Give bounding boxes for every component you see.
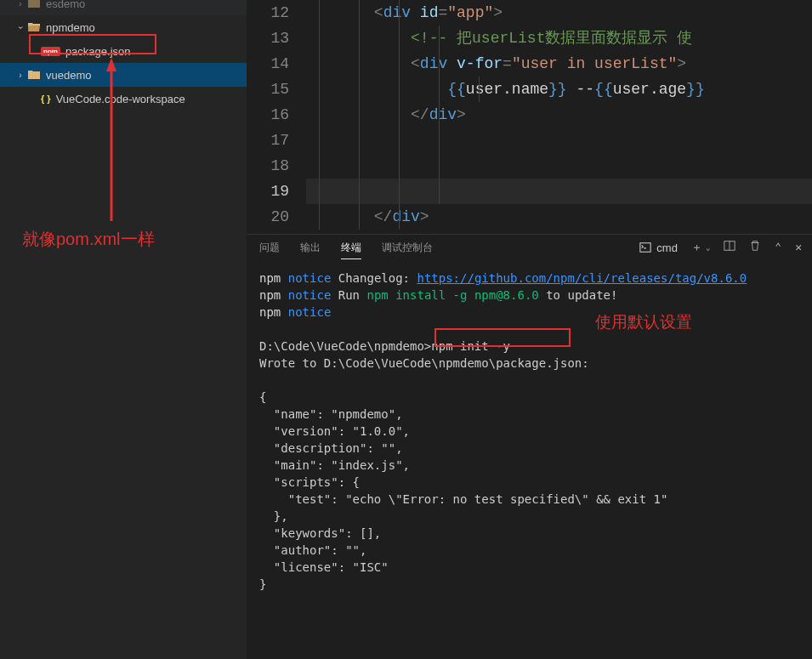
maximize-panel-button[interactable]: ⌃	[775, 241, 781, 254]
annotation-text-sidebar: 就像pom.xml一样	[22, 228, 155, 251]
code-line: {{user.name}} --{{user.age}}	[306, 77, 812, 102]
annotation-highlight-box	[29, 34, 156, 54]
tab-output[interactable]: 输出	[300, 241, 321, 258]
json-braces-icon: { }	[41, 94, 51, 104]
tree-item-workspace[interactable]: { } VueCode.code-workspace	[0, 87, 247, 111]
close-panel-button[interactable]: ✕	[795, 241, 802, 254]
annotation-text-terminal: 使用默认设置	[595, 314, 692, 331]
chevron-down-icon: ›	[16, 20, 26, 34]
tree-label: esdemo	[46, 0, 85, 10]
dropdown-icon[interactable]: ⌄	[706, 243, 710, 253]
code-line: <!-- 把userList数据里面数据显示 使	[306, 26, 812, 51]
tab-terminal[interactable]: 终端	[341, 241, 361, 259]
code-line: <div v-for="user in userList">	[306, 51, 812, 77]
folder-open-icon	[27, 21, 41, 33]
annotation-highlight-box-cmd	[434, 328, 571, 347]
code-line	[306, 179, 812, 204]
svg-rect-2	[640, 243, 650, 253]
tab-debug-console[interactable]: 调试控制台	[382, 241, 433, 258]
code-line: </div>	[306, 102, 812, 128]
main-area: 12 13 14 15 16 17 18 19 20 <div id="app"…	[247, 0, 812, 659]
code-line	[306, 153, 812, 179]
code-content[interactable]: <div id="app"> <!-- 把userList数据里面数据显示 使 …	[306, 0, 812, 234]
tree-label: npmdemo	[46, 21, 95, 34]
new-terminal-button[interactable]: ＋	[691, 240, 702, 255]
tree-item-esdemo[interactable]: › esdemo	[0, 0, 247, 15]
terminal-content[interactable]: npm notice Changelog: https://github.com…	[247, 264, 812, 659]
chevron-right-icon: ›	[14, 71, 27, 80]
panel-actions: cmd ＋ ⌄ ⌃ ✕	[639, 240, 802, 255]
kill-terminal-button[interactable]	[749, 240, 761, 255]
tab-problems[interactable]: 问题	[259, 241, 280, 258]
folder-icon	[27, 0, 41, 9]
code-line: <div id="app">	[306, 0, 812, 26]
tree-item-vuedemo[interactable]: › vuedemo	[0, 63, 247, 87]
line-number-gutter: 12 13 14 15 16 17 18 19 20	[247, 0, 306, 234]
tree-label: VueCode.code-workspace	[56, 93, 185, 105]
bottom-panel: 问题 输出 终端 调试控制台 cmd ＋ ⌄ ⌃ ✕ npm notice Ch…	[247, 234, 812, 659]
tree-label: vuedemo	[46, 69, 91, 82]
code-line: </div>	[306, 204, 812, 230]
code-editor[interactable]: 12 13 14 15 16 17 18 19 20 <div id="app"…	[247, 0, 812, 234]
terminal-shell-selector[interactable]: cmd	[639, 241, 678, 254]
file-explorer: › esdemo › npmdemo npm package.json › vu…	[0, 0, 247, 659]
terminal-icon	[639, 241, 651, 253]
code-line	[306, 128, 812, 153]
folder-icon	[27, 69, 41, 81]
split-terminal-button[interactable]	[724, 240, 735, 255]
chevron-right-icon: ›	[14, 0, 27, 9]
